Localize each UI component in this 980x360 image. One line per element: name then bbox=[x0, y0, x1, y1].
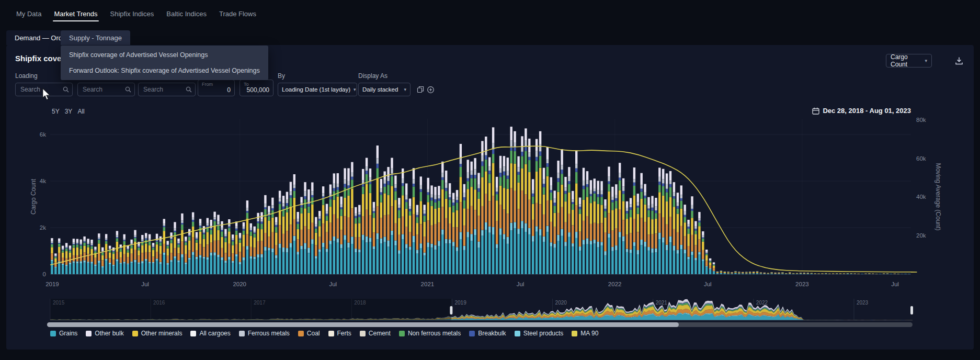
legend-item-ferts[interactable]: Ferts bbox=[328, 330, 351, 337]
legend-label: Other minerals bbox=[141, 330, 183, 337]
top-navigation: My Data Market Trends Shipfix Indices Ba… bbox=[0, 0, 980, 28]
order-size-to-input[interactable] bbox=[244, 86, 269, 94]
legend-label: All cargoes bbox=[199, 330, 230, 337]
legend-swatch bbox=[190, 331, 196, 336]
legend-item-coal[interactable]: Coal bbox=[298, 330, 320, 337]
legend-label: MA 90 bbox=[580, 330, 598, 337]
legend-swatch bbox=[86, 331, 92, 336]
chevron-down-icon: ▾ bbox=[925, 58, 927, 63]
legend-label: Breakbulk bbox=[478, 330, 506, 337]
discharging-search-input[interactable] bbox=[77, 83, 135, 96]
time-range-buttons: 5Y 3Y All bbox=[52, 108, 85, 115]
legend-swatch bbox=[572, 331, 577, 336]
nav-item-baltic-indices[interactable]: Baltic Indices bbox=[165, 6, 208, 21]
range-button-3y[interactable]: 3Y bbox=[65, 108, 73, 115]
date-range-value: Dec 28, 2018 - Aug 01, 2023 bbox=[823, 107, 911, 115]
download-icon bbox=[954, 56, 964, 65]
nav-item-my-data[interactable]: My Data bbox=[15, 6, 42, 21]
app-root: My Data Market Trends Shipfix Indices Ba… bbox=[0, 0, 980, 360]
nav-item-trade-flows[interactable]: Trade Flows bbox=[218, 6, 257, 21]
minimap-scrollbar[interactable] bbox=[47, 322, 913, 327]
display-as-select[interactable]: Daily stacked ▾ bbox=[358, 83, 411, 96]
by-select-value: Loading Date (1st layday) bbox=[282, 86, 350, 93]
download-button[interactable] bbox=[953, 54, 965, 67]
legend-label: Cement bbox=[369, 330, 391, 337]
legend-label: Other bulk bbox=[95, 330, 123, 337]
range-button-5y[interactable]: 5Y bbox=[52, 108, 60, 115]
legend: GrainsOther bulkOther mineralsAll cargoe… bbox=[50, 330, 598, 337]
legend-item-breakbulk[interactable]: Breakbulk bbox=[469, 330, 506, 337]
legend-swatch bbox=[360, 331, 366, 336]
legend-swatch bbox=[239, 331, 245, 336]
legend-item-cement[interactable]: Cement bbox=[360, 330, 391, 337]
circle-plus-icon bbox=[427, 86, 435, 94]
menu-item-shipfix-coverage-vessel-openings[interactable]: Shipfix coverage of Advertised Vessel Op… bbox=[61, 47, 268, 63]
legend-item-ma-90[interactable]: MA 90 bbox=[572, 330, 598, 337]
legend-swatch bbox=[132, 331, 138, 336]
legend-item-grains[interactable]: Grains bbox=[50, 330, 77, 337]
legend-item-all-cargoes[interactable]: All cargoes bbox=[190, 330, 230, 337]
zoom-reset-button[interactable] bbox=[426, 85, 435, 94]
copy-icon bbox=[417, 86, 424, 93]
legend-item-non-ferrous-metals[interactable]: Non ferrous metals bbox=[399, 330, 461, 337]
legend-swatch bbox=[298, 331, 304, 336]
loading-search-input[interactable] bbox=[15, 83, 73, 96]
order-size-to-box: To bbox=[240, 80, 274, 96]
display-as-label: Display As bbox=[358, 72, 388, 80]
copy-chart-button[interactable] bbox=[416, 85, 425, 94]
legend-label: Steel products bbox=[523, 330, 564, 337]
range-button-all[interactable]: All bbox=[77, 108, 84, 115]
menu-item-forward-outlook-vessel-openings[interactable]: Forward Outlook: Shipfix coverage of Adv… bbox=[61, 63, 268, 78]
legend-swatch bbox=[399, 331, 405, 336]
order-size-from-box: From bbox=[198, 80, 235, 96]
page-title: Shipfix cover bbox=[15, 54, 64, 63]
tab-supply-tonnage[interactable]: Supply - Tonnage bbox=[61, 30, 130, 45]
by-select[interactable]: Loading Date (1st layday) ▾ bbox=[278, 83, 357, 96]
legend-swatch bbox=[50, 331, 56, 336]
legend-item-ferrous-metals[interactable]: Ferrous metals bbox=[239, 330, 290, 337]
metric-select[interactable]: Cargo Count ▾ bbox=[886, 54, 932, 68]
order-size-from-input[interactable] bbox=[202, 86, 231, 94]
loading-label: Loading bbox=[15, 72, 38, 80]
metric-select-value: Cargo Count bbox=[891, 53, 921, 68]
legend-item-other-bulk[interactable]: Other bulk bbox=[86, 330, 123, 337]
legend-swatch bbox=[328, 331, 334, 336]
cargo-types-search-input[interactable] bbox=[138, 83, 196, 96]
legend-item-other-minerals[interactable]: Other minerals bbox=[132, 330, 183, 337]
legend-label: Non ferrous metals bbox=[408, 330, 461, 337]
chevron-down-icon: ▾ bbox=[404, 87, 406, 92]
calendar-icon bbox=[812, 107, 819, 115]
legend-label: Ferts bbox=[337, 330, 351, 337]
legend-swatch bbox=[469, 331, 475, 336]
legend-swatch bbox=[515, 331, 520, 336]
nav-item-market-trends[interactable]: Market Trends bbox=[53, 6, 98, 21]
legend-label: Coal bbox=[307, 330, 320, 337]
legend-item-steel-products[interactable]: Steel products bbox=[515, 330, 564, 337]
date-range-picker[interactable]: Dec 28, 2018 - Aug 01, 2023 bbox=[812, 107, 911, 115]
scrollbar-thumb[interactable] bbox=[47, 322, 679, 327]
legend-label: Grains bbox=[59, 330, 77, 337]
display-as-select-value: Daily stacked bbox=[362, 86, 398, 93]
by-label: By bbox=[278, 72, 285, 80]
nav-item-shipfix-indices[interactable]: Shipfix Indices bbox=[109, 6, 155, 21]
supply-tab-menu: Shipfix coverage of Advertised Vessel Op… bbox=[61, 46, 268, 80]
legend-label: Ferrous metals bbox=[248, 330, 290, 337]
chevron-down-icon: ▾ bbox=[354, 87, 356, 92]
